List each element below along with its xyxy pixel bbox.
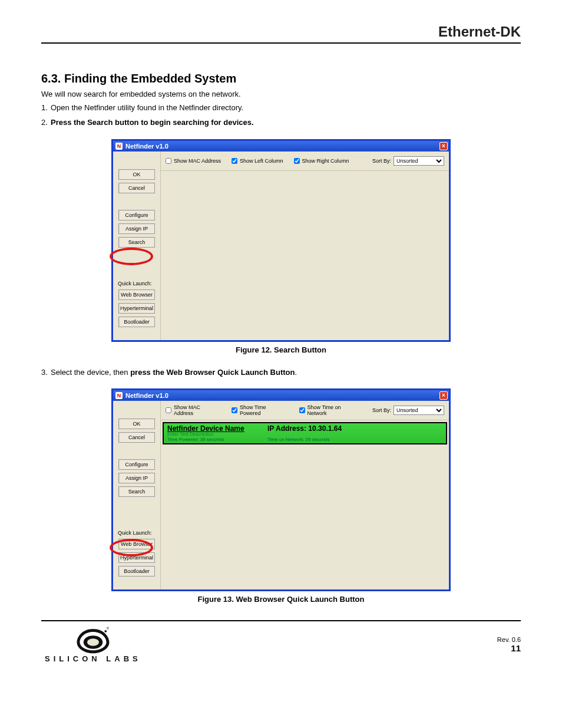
show-time-powered-checkbox[interactable]: Show Time Powered bbox=[232, 404, 289, 416]
sort-by-select[interactable]: Unsorted bbox=[394, 406, 444, 415]
device-ip: IP Address: 10.30.1.64 bbox=[267, 424, 342, 433]
quick-launch-label: Quick Launch: bbox=[118, 530, 152, 536]
bootloader-button[interactable]: Bootloader bbox=[118, 317, 155, 327]
quick-launch-label: Quick Launch: bbox=[118, 281, 152, 286]
ok-button[interactable]: OK bbox=[118, 419, 155, 429]
svg-point-2 bbox=[104, 630, 107, 633]
toolbar: Show MAC Address Show Left Column Show R… bbox=[161, 151, 449, 170]
close-icon[interactable]: × bbox=[439, 391, 448, 400]
netfinder-window-2: N Netfinder v1.0 × OK Cancel Configure A… bbox=[111, 388, 451, 591]
search-button[interactable]: Search bbox=[118, 486, 155, 497]
device-row[interactable]: Netfinder Device Name IP Address: 10.30.… bbox=[163, 422, 447, 444]
assign-ip-button[interactable]: Assign IP bbox=[118, 473, 155, 483]
web-browser-button[interactable]: Web Browser bbox=[118, 289, 155, 300]
configure-button[interactable]: Configure bbox=[118, 459, 155, 470]
svg-point-1 bbox=[87, 639, 99, 647]
step-1: 1.Open the Netfinder utility found in th… bbox=[41, 103, 521, 114]
show-right-column-checkbox[interactable]: Show Right Column bbox=[294, 158, 349, 164]
ok-button[interactable]: OK bbox=[118, 169, 155, 180]
section-heading: 6.3. Finding the Embedded System bbox=[41, 72, 521, 85]
netfinder-window-1: N Netfinder v1.0 × OK Cancel Configure A… bbox=[111, 139, 451, 342]
close-icon[interactable]: × bbox=[439, 142, 448, 150]
device-time-network: Time on Network: 29 seconds bbox=[267, 437, 330, 442]
step-3: 3.Select the device, then press the Web … bbox=[41, 367, 521, 378]
brand-name: SILICON LABS bbox=[45, 654, 141, 663]
svg-text:®: ® bbox=[106, 627, 109, 631]
bootloader-button[interactable]: Bootloader bbox=[118, 566, 155, 577]
sort-by-select[interactable]: Unsorted bbox=[394, 156, 444, 166]
figure-12-caption: Figure 12. Search Button bbox=[41, 345, 521, 354]
web-browser-button[interactable]: Web Browser bbox=[118, 539, 155, 549]
doc-title: Ethernet-DK bbox=[41, 24, 521, 44]
step-2: 2.Press the Search button to begin searc… bbox=[41, 117, 521, 129]
page-number: 11 bbox=[497, 643, 521, 653]
silicon-labs-logo: ® SILICON LABS bbox=[45, 626, 141, 663]
cancel-button[interactable]: Cancel bbox=[118, 183, 155, 193]
app-icon: N bbox=[115, 143, 123, 150]
cancel-button[interactable]: Cancel bbox=[118, 432, 155, 443]
window-title: Netfinder v1.0 bbox=[125, 392, 168, 399]
device-list: Netfinder Device Name IP Address: 10.30.… bbox=[161, 420, 449, 589]
highlight-circle bbox=[110, 248, 153, 265]
configure-button[interactable]: Configure bbox=[118, 210, 155, 220]
toolbar: Show MAC Address Show Time Powered Show … bbox=[161, 401, 449, 420]
sort-by-label: Sort By: bbox=[372, 407, 391, 413]
app-icon: N bbox=[115, 392, 123, 399]
window-title: Netfinder v1.0 bbox=[125, 143, 168, 150]
show-mac-checkbox[interactable]: Show MAC Address bbox=[166, 404, 221, 416]
search-button[interactable]: Search bbox=[118, 237, 155, 248]
hyperterminal-button[interactable]: Hyperterminal bbox=[118, 303, 155, 314]
sort-by-label: Sort By: bbox=[372, 158, 391, 164]
show-mac-checkbox[interactable]: Show MAC Address bbox=[166, 158, 221, 164]
titlebar: N Netfinder v1.0 × bbox=[113, 390, 449, 401]
figure-13-caption: Figure 13. Web Browser Quick Launch Butt… bbox=[41, 595, 521, 604]
show-left-column-checkbox[interactable]: Show Left Column bbox=[232, 158, 283, 164]
hyperterminal-button[interactable]: Hyperterminal bbox=[118, 552, 155, 563]
device-list-empty bbox=[161, 170, 449, 340]
show-time-network-checkbox[interactable]: Show Time on Network bbox=[299, 404, 362, 416]
assign-ip-button[interactable]: Assign IP bbox=[118, 223, 155, 234]
section-intro: We will now search for embedded systems … bbox=[41, 89, 521, 100]
doc-revision: Rev. 0.6 bbox=[497, 636, 521, 643]
device-time-powered: Time Powered: 36 seconds bbox=[167, 437, 267, 442]
titlebar: N Netfinder v1.0 × bbox=[113, 141, 449, 151]
